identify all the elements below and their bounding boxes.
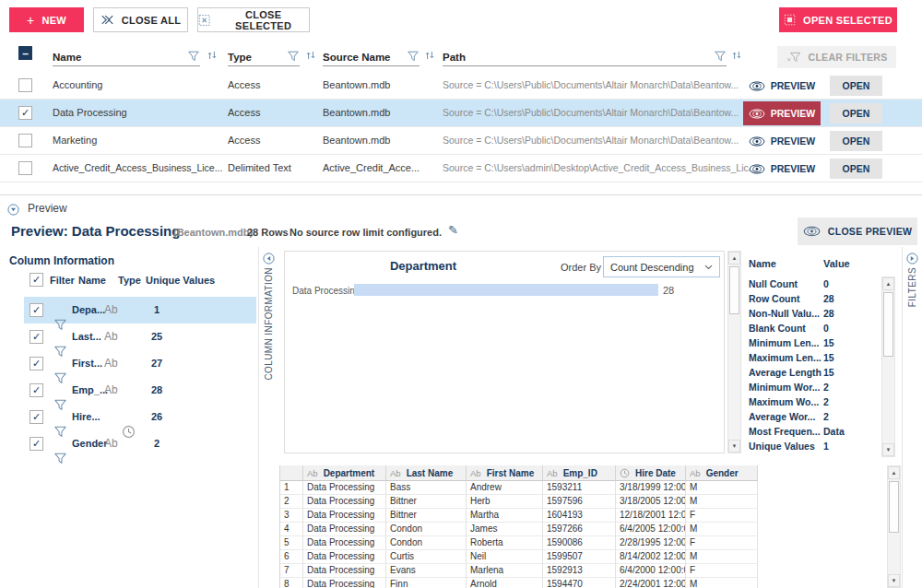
column-row-firstname[interactable]: First... Ab 27 — [0, 350, 258, 377]
grid-row[interactable]: 2Data ProcessingBittnerHerb15975963/18/2… — [280, 495, 758, 509]
preview-label: PREVIEW — [771, 135, 815, 147]
ci-header-filter: Filter — [50, 275, 75, 286]
scrollbar-thumb[interactable] — [889, 481, 899, 533]
column-checkbox[interactable] — [30, 303, 43, 317]
file-name: Marketing — [53, 135, 97, 146]
open-button[interactable]: OPEN — [830, 103, 882, 123]
filter-funnel-icon[interactable] — [287, 50, 300, 63]
column-row-empid[interactable]: Emp_... Ab 28 — [0, 377, 258, 404]
preview-label: PREVIEW — [771, 108, 815, 119]
grid-header-firstname[interactable]: AbFirst Name — [467, 465, 543, 481]
eye-icon — [749, 164, 765, 174]
scrollbar-thumb[interactable] — [883, 292, 893, 357]
scroll-up-icon[interactable]: ▲ — [888, 466, 900, 479]
chart-title: Department — [349, 259, 497, 273]
row-checkbox[interactable] — [18, 134, 32, 147]
grid-header-department[interactable]: AbDepartment — [303, 465, 386, 481]
column-information-strip[interactable]: COLUMN INFORMATION — [258, 247, 279, 588]
grid-row[interactable]: 8Data ProcessingFinnArnold15944702/24/20… — [280, 578, 758, 588]
open-button[interactable]: OPEN — [830, 76, 882, 96]
column-header-path[interactable]: Path — [443, 44, 727, 66]
filter-funnel-icon[interactable] — [407, 50, 420, 63]
grid-row[interactable]: 1Data ProcessingBassAndrew15932113/18/19… — [280, 481, 758, 495]
filter-funnel-icon[interactable] — [53, 452, 67, 465]
preview-button[interactable]: PREVIEW — [743, 157, 821, 181]
grid-header-lastname[interactable]: AbLast Name — [386, 465, 467, 481]
table-row-data-processing[interactable]: Data Processing Access Beantown.mdb Sour… — [0, 100, 922, 127]
grid-row[interactable]: 7Data ProcessingEvansMarlena15929136/4/2… — [280, 564, 758, 578]
close-selected-button[interactable]: CLOSE SELECTED — [197, 7, 310, 32]
sort-icon[interactable] — [305, 50, 316, 61]
column-checkbox[interactable] — [30, 357, 43, 370]
close-all-button[interactable]: CLOSE ALL — [93, 7, 188, 32]
column-header-source-name[interactable]: Source Name — [323, 44, 420, 66]
scroll-up-icon[interactable]: ▲ — [882, 277, 894, 290]
clear-filters-button[interactable]: CLEAR FILTERS — [777, 46, 896, 68]
grid-scrollbar[interactable]: ▲ ▼ — [887, 465, 901, 588]
filters-strip[interactable]: FILTERS — [902, 247, 922, 588]
stat-row: Unique Values1 — [745, 441, 880, 455]
row-checkbox[interactable] — [18, 161, 32, 175]
preview-data-grid: AbDepartment AbLast Name AbFirst Name Ab… — [279, 465, 758, 588]
preview-label: PREVIEW — [771, 163, 815, 174]
column-checkbox[interactable] — [30, 437, 43, 451]
table-row-accounting[interactable]: Accounting Access Beantown.mdb Source = … — [0, 72, 922, 100]
grid-header-gender[interactable]: AbGender — [686, 465, 758, 481]
chart-scrollbar[interactable]: ▲ ▼ — [727, 251, 741, 453]
close-preview-label: CLOSE PREVIEW — [828, 226, 912, 237]
column-checkbox[interactable] — [30, 383, 43, 397]
column-checkbox[interactable] — [30, 330, 43, 344]
sort-icon[interactable] — [207, 50, 218, 61]
sort-icon[interactable] — [424, 50, 435, 61]
table-row-active-credit[interactable]: Active_Credit_Access_Business_Lice... De… — [0, 155, 922, 182]
row-checkbox[interactable] — [18, 106, 32, 120]
grid-header-empid[interactable]: AbEmp_ID — [543, 465, 616, 481]
file-type: Access — [228, 107, 260, 118]
scroll-down-icon[interactable]: ▼ — [888, 574, 900, 587]
column-header-type[interactable]: Type — [228, 44, 300, 66]
text-type-icon: Ab — [104, 383, 118, 396]
preview-button[interactable]: PREVIEW — [743, 74, 821, 98]
stats-scrollbar[interactable]: ▲ ▼ — [881, 276, 895, 457]
row-checkbox[interactable] — [18, 78, 32, 92]
plus-icon: + — [27, 13, 34, 28]
preview-button[interactable]: PREVIEW — [743, 129, 821, 153]
column-checkbox[interactable] — [30, 410, 43, 424]
column-row-department[interactable]: Depa... Ab 1 — [0, 297, 258, 323]
grid-row[interactable]: 3Data ProcessingBittnerMartha160419312/1… — [280, 509, 758, 523]
scrollbar-thumb[interactable] — [729, 266, 739, 314]
eye-icon — [803, 226, 821, 237]
column-row-hiredate[interactable]: Hire... 26 — [0, 404, 258, 430]
open-selected-button[interactable]: OPEN SELECTED — [779, 7, 897, 32]
new-button[interactable]: + NEW — [9, 7, 84, 32]
grid-row[interactable]: 4Data ProcessingCondonJames15972666/4/20… — [280, 523, 758, 536]
close-preview-button[interactable]: CLOSE PREVIEW — [798, 218, 917, 245]
scroll-down-icon[interactable]: ▼ — [728, 440, 740, 453]
edit-row-limit-icon[interactable]: ✎ — [448, 223, 458, 237]
bar-data-processing[interactable] — [354, 284, 658, 296]
sort-icon[interactable] — [731, 50, 742, 61]
filter-funnel-icon[interactable] — [714, 50, 727, 63]
table-row-marketing[interactable]: Marketing Access Beantown.mdb Source = C… — [0, 127, 922, 155]
select-all-columns-checkbox[interactable] — [30, 273, 43, 287]
collapse-column-information-icon[interactable] — [263, 250, 275, 266]
order-by-dropdown[interactable]: Count Descending — [603, 256, 720, 277]
grid-row[interactable]: 5Data ProcessingCondonRoberta15900862/28… — [280, 536, 758, 550]
scroll-up-icon[interactable]: ▲ — [728, 252, 740, 265]
collapse-preview-icon[interactable] — [7, 201, 19, 218]
stat-row: Maximum Len...15 — [745, 352, 880, 367]
select-all-checkbox[interactable] — [18, 46, 32, 60]
grid-header-hiredate[interactable]: Hire Date — [616, 465, 686, 481]
scroll-down-icon[interactable]: ▼ — [882, 443, 894, 456]
preview-row-count: 28 Rows — [247, 227, 289, 238]
open-button[interactable]: OPEN — [830, 131, 882, 151]
column-row-gender[interactable]: Gender Ab 2 — [0, 430, 258, 457]
grid-row[interactable]: 6Data ProcessingCurtisNeil15995078/14/20… — [280, 550, 758, 564]
open-button[interactable]: OPEN — [830, 159, 882, 179]
column-row-lastname[interactable]: Last... Ab 25 — [0, 323, 258, 350]
text-type-icon: Ab — [104, 437, 118, 450]
filter-funnel-icon[interactable] — [187, 50, 200, 63]
preview-button-active[interactable]: PREVIEW — [743, 101, 821, 125]
expand-filters-icon[interactable] — [906, 250, 918, 266]
column-header-name[interactable]: Name — [53, 44, 200, 66]
